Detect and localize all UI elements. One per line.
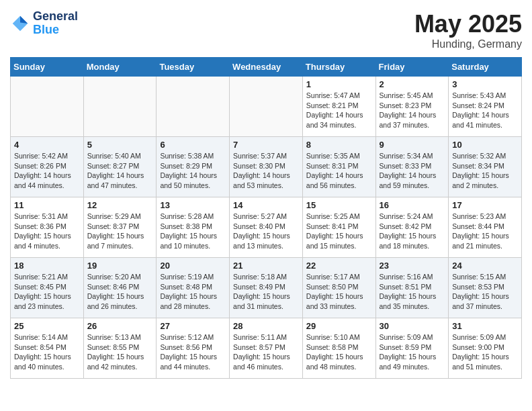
day-number: 26: [87, 321, 153, 331]
day-number: 2: [380, 79, 445, 89]
day-info: Sunrise: 5:17 AM Sunset: 8:50 PM Dayligh…: [306, 272, 372, 312]
day-number: 21: [233, 261, 299, 271]
calendar-cell: 31Sunrise: 5:09 AM Sunset: 9:00 PM Dayli…: [449, 318, 522, 379]
calendar-cell: 22Sunrise: 5:17 AM Sunset: 8:50 PM Dayli…: [302, 258, 375, 318]
page-header: General Blue May 2025 Hunding, Germany: [10, 10, 522, 50]
weekday-header-sunday: Sunday: [11, 58, 84, 77]
day-info: Sunrise: 5:21 AM Sunset: 8:45 PM Dayligh…: [14, 272, 80, 312]
calendar-cell: [11, 77, 84, 137]
day-number: 13: [160, 200, 226, 210]
calendar-cell: 29Sunrise: 5:10 AM Sunset: 8:58 PM Dayli…: [302, 318, 375, 379]
day-info: Sunrise: 5:18 AM Sunset: 8:49 PM Dayligh…: [233, 272, 299, 312]
calendar-title: May 2025: [414, 10, 522, 38]
calendar-cell: 12Sunrise: 5:29 AM Sunset: 8:37 PM Dayli…: [83, 197, 157, 258]
calendar-cell: [157, 77, 230, 137]
day-info: Sunrise: 5:38 AM Sunset: 8:29 PM Dayligh…: [160, 151, 226, 191]
day-info: Sunrise: 5:32 AM Sunset: 8:34 PM Dayligh…: [452, 151, 518, 191]
day-number: 10: [452, 140, 518, 150]
day-info: Sunrise: 5:34 AM Sunset: 8:33 PM Dayligh…: [380, 151, 445, 191]
day-number: 28: [233, 321, 299, 331]
day-number: 6: [160, 140, 226, 150]
weekday-header-friday: Friday: [375, 58, 449, 77]
day-number: 4: [14, 140, 80, 150]
calendar-cell: 17Sunrise: 5:23 AM Sunset: 8:44 PM Dayli…: [449, 197, 522, 258]
calendar-cell: 16Sunrise: 5:24 AM Sunset: 8:42 PM Dayli…: [375, 197, 449, 258]
calendar-table: SundayMondayTuesdayWednesdayThursdayFrid…: [10, 57, 522, 379]
day-number: 31: [452, 321, 518, 331]
week-row-2: 4Sunrise: 5:42 AM Sunset: 8:26 PM Daylig…: [11, 137, 522, 197]
weekday-header-monday: Monday: [83, 58, 157, 77]
week-row-3: 11Sunrise: 5:31 AM Sunset: 8:36 PM Dayli…: [11, 197, 522, 258]
calendar-cell: 4Sunrise: 5:42 AM Sunset: 8:26 PM Daylig…: [11, 137, 84, 197]
calendar-cell: 30Sunrise: 5:09 AM Sunset: 8:59 PM Dayli…: [375, 318, 449, 379]
logo: General Blue: [10, 10, 78, 37]
weekday-header-wednesday: Wednesday: [230, 58, 303, 77]
day-info: Sunrise: 5:23 AM Sunset: 8:44 PM Dayligh…: [452, 212, 518, 251]
calendar-cell: 3Sunrise: 5:43 AM Sunset: 8:24 PM Daylig…: [449, 77, 522, 137]
calendar-cell: 9Sunrise: 5:34 AM Sunset: 8:33 PM Daylig…: [375, 137, 449, 197]
week-row-1: 1Sunrise: 5:47 AM Sunset: 8:21 PM Daylig…: [11, 77, 522, 137]
day-info: Sunrise: 5:11 AM Sunset: 8:57 PM Dayligh…: [233, 332, 299, 372]
day-info: Sunrise: 5:40 AM Sunset: 8:27 PM Dayligh…: [87, 151, 153, 191]
calendar-cell: 10Sunrise: 5:32 AM Sunset: 8:34 PM Dayli…: [449, 137, 522, 197]
day-info: Sunrise: 5:29 AM Sunset: 8:37 PM Dayligh…: [87, 212, 153, 251]
calendar-cell: 24Sunrise: 5:15 AM Sunset: 8:53 PM Dayli…: [449, 258, 522, 318]
day-number: 7: [233, 140, 299, 150]
title-block: May 2025 Hunding, Germany: [414, 10, 522, 50]
calendar-cell: 5Sunrise: 5:40 AM Sunset: 8:27 PM Daylig…: [83, 137, 157, 197]
calendar-cell: [230, 77, 303, 137]
calendar-cell: 14Sunrise: 5:27 AM Sunset: 8:40 PM Dayli…: [230, 197, 303, 258]
day-number: 12: [87, 200, 153, 210]
calendar-cell: 15Sunrise: 5:25 AM Sunset: 8:41 PM Dayli…: [302, 197, 375, 258]
svg-marker-1: [20, 16, 28, 24]
day-number: 11: [14, 200, 80, 210]
day-info: Sunrise: 5:13 AM Sunset: 8:55 PM Dayligh…: [87, 332, 153, 372]
day-info: Sunrise: 5:27 AM Sunset: 8:40 PM Dayligh…: [233, 212, 299, 251]
day-info: Sunrise: 5:14 AM Sunset: 8:54 PM Dayligh…: [14, 332, 80, 372]
calendar-cell: 28Sunrise: 5:11 AM Sunset: 8:57 PM Dayli…: [230, 318, 303, 379]
week-row-4: 18Sunrise: 5:21 AM Sunset: 8:45 PM Dayli…: [11, 258, 522, 318]
logo-icon: [10, 13, 30, 34]
day-number: 15: [306, 200, 372, 210]
day-info: Sunrise: 5:43 AM Sunset: 8:24 PM Dayligh…: [452, 91, 518, 130]
logo-blue: Blue: [33, 23, 59, 36]
day-number: 20: [160, 261, 226, 271]
week-row-5: 25Sunrise: 5:14 AM Sunset: 8:54 PM Dayli…: [11, 318, 522, 379]
day-number: 9: [380, 140, 445, 150]
day-number: 23: [380, 261, 445, 271]
calendar-cell: [83, 77, 157, 137]
calendar-cell: 18Sunrise: 5:21 AM Sunset: 8:45 PM Dayli…: [11, 258, 84, 318]
calendar-location: Hunding, Germany: [414, 38, 522, 50]
calendar-cell: 11Sunrise: 5:31 AM Sunset: 8:36 PM Dayli…: [11, 197, 84, 258]
day-info: Sunrise: 5:20 AM Sunset: 8:46 PM Dayligh…: [87, 272, 153, 312]
day-number: 14: [233, 200, 299, 210]
calendar-cell: 1Sunrise: 5:47 AM Sunset: 8:21 PM Daylig…: [302, 77, 375, 137]
day-info: Sunrise: 5:09 AM Sunset: 8:59 PM Dayligh…: [380, 332, 445, 372]
day-number: 29: [306, 321, 372, 331]
day-number: 19: [87, 261, 153, 271]
weekday-header-saturday: Saturday: [449, 58, 522, 77]
day-number: 22: [306, 261, 372, 271]
day-info: Sunrise: 5:24 AM Sunset: 8:42 PM Dayligh…: [380, 212, 445, 251]
day-number: 8: [306, 140, 372, 150]
calendar-cell: 19Sunrise: 5:20 AM Sunset: 8:46 PM Dayli…: [83, 258, 157, 318]
day-info: Sunrise: 5:47 AM Sunset: 8:21 PM Dayligh…: [306, 91, 372, 130]
day-info: Sunrise: 5:28 AM Sunset: 8:38 PM Dayligh…: [160, 212, 226, 251]
day-info: Sunrise: 5:16 AM Sunset: 8:51 PM Dayligh…: [380, 272, 445, 312]
calendar-cell: 8Sunrise: 5:35 AM Sunset: 8:31 PM Daylig…: [302, 137, 375, 197]
calendar-cell: 23Sunrise: 5:16 AM Sunset: 8:51 PM Dayli…: [375, 258, 449, 318]
calendar-cell: 26Sunrise: 5:13 AM Sunset: 8:55 PM Dayli…: [83, 318, 157, 379]
day-info: Sunrise: 5:09 AM Sunset: 9:00 PM Dayligh…: [452, 332, 518, 372]
day-info: Sunrise: 5:15 AM Sunset: 8:53 PM Dayligh…: [452, 272, 518, 312]
weekday-header-tuesday: Tuesday: [157, 58, 230, 77]
calendar-cell: 27Sunrise: 5:12 AM Sunset: 8:56 PM Dayli…: [157, 318, 230, 379]
day-info: Sunrise: 5:37 AM Sunset: 8:30 PM Dayligh…: [233, 151, 299, 191]
day-number: 30: [380, 321, 445, 331]
day-number: 18: [14, 261, 80, 271]
day-info: Sunrise: 5:35 AM Sunset: 8:31 PM Dayligh…: [306, 151, 372, 191]
day-number: 3: [452, 79, 518, 89]
day-info: Sunrise: 5:25 AM Sunset: 8:41 PM Dayligh…: [306, 212, 372, 251]
day-info: Sunrise: 5:10 AM Sunset: 8:58 PM Dayligh…: [306, 332, 372, 372]
calendar-cell: 25Sunrise: 5:14 AM Sunset: 8:54 PM Dayli…: [11, 318, 84, 379]
day-number: 17: [452, 200, 518, 210]
